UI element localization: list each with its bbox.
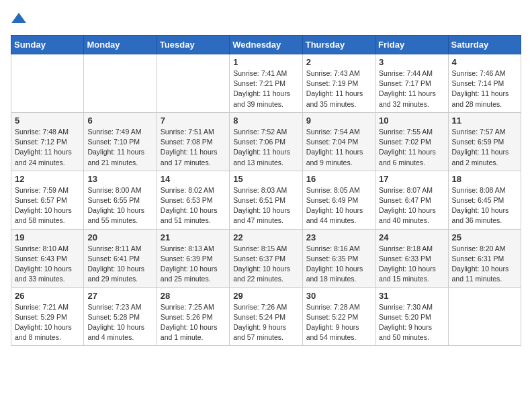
day-info: Sunrise: 8:11 AM Sunset: 6:41 PM Dayligh… [87, 244, 152, 285]
day-info: Sunrise: 7:46 AM Sunset: 7:14 PM Dayligh… [452, 68, 517, 109]
day-info: Sunrise: 7:44 AM Sunset: 7:17 PM Dayligh… [379, 68, 444, 109]
day-info: Sunrise: 7:43 AM Sunset: 7:19 PM Dayligh… [306, 68, 371, 109]
day-number: 14 [161, 174, 226, 184]
day-number: 23 [306, 232, 371, 242]
day-info: Sunrise: 7:49 AM Sunset: 7:10 PM Dayligh… [87, 127, 152, 168]
calendar-cell: 16Sunrise: 8:05 AM Sunset: 6:49 PM Dayli… [302, 171, 375, 229]
day-info: Sunrise: 8:10 AM Sunset: 6:43 PM Dayligh… [15, 244, 80, 285]
day-number: 9 [306, 116, 371, 126]
calendar-cell: 2Sunrise: 7:43 AM Sunset: 7:19 PM Daylig… [302, 54, 375, 113]
calendar-cell: 11Sunrise: 7:57 AM Sunset: 6:59 PM Dayli… [448, 112, 521, 171]
calendar-cell: 21Sunrise: 8:13 AM Sunset: 6:39 PM Dayli… [157, 229, 229, 287]
day-number: 12 [15, 174, 80, 184]
calendar-cell: 30Sunrise: 7:28 AM Sunset: 5:22 PM Dayli… [302, 287, 375, 346]
day-info: Sunrise: 7:30 AM Sunset: 5:20 PM Dayligh… [379, 302, 444, 343]
day-number: 13 [87, 174, 152, 184]
calendar-cell: 1Sunrise: 7:41 AM Sunset: 7:21 PM Daylig… [230, 54, 302, 113]
calendar-week-row: 1Sunrise: 7:41 AM Sunset: 7:21 PM Daylig… [11, 54, 521, 113]
day-number: 31 [379, 291, 444, 301]
day-number: 20 [87, 232, 152, 242]
day-number: 17 [379, 174, 444, 184]
calendar-cell [157, 54, 229, 113]
day-info: Sunrise: 8:18 AM Sunset: 6:33 PM Dayligh… [379, 244, 444, 285]
calendar-cell: 23Sunrise: 8:16 AM Sunset: 6:35 PM Dayli… [302, 229, 375, 287]
calendar-table: SundayMondayTuesdayWednesdayThursdayFrid… [11, 35, 521, 346]
day-info: Sunrise: 7:25 AM Sunset: 5:26 PM Dayligh… [161, 302, 226, 343]
calendar-cell: 25Sunrise: 8:20 AM Sunset: 6:31 PM Dayli… [448, 229, 521, 287]
day-number: 24 [379, 232, 444, 242]
calendar-cell: 10Sunrise: 7:55 AM Sunset: 7:02 PM Dayli… [375, 112, 448, 171]
day-info: Sunrise: 8:00 AM Sunset: 6:55 PM Dayligh… [87, 185, 152, 226]
calendar-cell: 12Sunrise: 7:59 AM Sunset: 6:57 PM Dayli… [11, 171, 84, 229]
day-info: Sunrise: 7:51 AM Sunset: 7:08 PM Dayligh… [161, 127, 226, 168]
day-number: 19 [15, 232, 80, 242]
calendar-cell: 8Sunrise: 7:52 AM Sunset: 7:06 PM Daylig… [230, 112, 302, 171]
calendar-week-row: 26Sunrise: 7:21 AM Sunset: 5:29 PM Dayli… [11, 287, 521, 346]
day-number: 16 [306, 174, 371, 184]
calendar-cell: 22Sunrise: 8:15 AM Sunset: 6:37 PM Dayli… [230, 229, 302, 287]
day-of-week-header: Thursday [302, 36, 375, 54]
day-info: Sunrise: 7:26 AM Sunset: 5:24 PM Dayligh… [233, 302, 298, 343]
calendar-header-row: SundayMondayTuesdayWednesdayThursdayFrid… [11, 36, 521, 54]
calendar-cell: 9Sunrise: 7:54 AM Sunset: 7:04 PM Daylig… [302, 112, 375, 171]
day-info: Sunrise: 8:13 AM Sunset: 6:39 PM Dayligh… [161, 244, 226, 285]
day-number: 3 [379, 57, 444, 67]
day-info: Sunrise: 7:52 AM Sunset: 7:06 PM Dayligh… [233, 127, 298, 168]
day-of-week-header: Saturday [448, 36, 521, 54]
calendar-cell: 14Sunrise: 8:02 AM Sunset: 6:53 PM Dayli… [157, 171, 229, 229]
calendar-cell: 29Sunrise: 7:26 AM Sunset: 5:24 PM Dayli… [230, 287, 302, 346]
day-number: 10 [379, 116, 444, 126]
day-of-week-header: Wednesday [230, 36, 302, 54]
day-info: Sunrise: 7:23 AM Sunset: 5:28 PM Dayligh… [87, 302, 152, 343]
calendar-cell: 20Sunrise: 8:11 AM Sunset: 6:41 PM Dayli… [84, 229, 157, 287]
day-number: 26 [15, 291, 80, 301]
calendar-cell: 3Sunrise: 7:44 AM Sunset: 7:17 PM Daylig… [375, 54, 448, 113]
day-number: 6 [87, 116, 152, 126]
calendar-cell: 31Sunrise: 7:30 AM Sunset: 5:20 PM Dayli… [375, 287, 448, 346]
day-info: Sunrise: 8:07 AM Sunset: 6:47 PM Dayligh… [379, 185, 444, 226]
day-info: Sunrise: 7:21 AM Sunset: 5:29 PM Dayligh… [15, 302, 80, 343]
day-info: Sunrise: 8:16 AM Sunset: 6:35 PM Dayligh… [306, 244, 371, 285]
day-number: 21 [161, 232, 226, 242]
day-info: Sunrise: 8:15 AM Sunset: 6:37 PM Dayligh… [233, 244, 298, 285]
calendar-cell: 17Sunrise: 8:07 AM Sunset: 6:47 PM Dayli… [375, 171, 448, 229]
calendar-cell: 13Sunrise: 8:00 AM Sunset: 6:55 PM Dayli… [84, 171, 157, 229]
logo-icon [11, 11, 27, 27]
day-info: Sunrise: 8:08 AM Sunset: 6:45 PM Dayligh… [452, 185, 517, 226]
calendar-week-row: 12Sunrise: 7:59 AM Sunset: 6:57 PM Dayli… [11, 171, 521, 229]
day-number: 30 [306, 291, 371, 301]
day-number: 2 [306, 57, 371, 67]
calendar-cell: 4Sunrise: 7:46 AM Sunset: 7:14 PM Daylig… [448, 54, 521, 113]
day-info: Sunrise: 7:55 AM Sunset: 7:02 PM Dayligh… [379, 127, 444, 168]
day-info: Sunrise: 8:05 AM Sunset: 6:49 PM Dayligh… [306, 185, 371, 226]
calendar-week-row: 19Sunrise: 8:10 AM Sunset: 6:43 PM Dayli… [11, 229, 521, 287]
calendar-cell: 7Sunrise: 7:51 AM Sunset: 7:08 PM Daylig… [157, 112, 229, 171]
day-of-week-header: Monday [84, 36, 157, 54]
day-number: 27 [87, 291, 152, 301]
day-number: 25 [452, 232, 517, 242]
calendar-cell: 28Sunrise: 7:25 AM Sunset: 5:26 PM Dayli… [157, 287, 229, 346]
day-info: Sunrise: 8:20 AM Sunset: 6:31 PM Dayligh… [452, 244, 517, 285]
day-info: Sunrise: 8:03 AM Sunset: 6:51 PM Dayligh… [233, 185, 298, 226]
day-info: Sunrise: 7:57 AM Sunset: 6:59 PM Dayligh… [452, 127, 517, 168]
calendar-week-row: 5Sunrise: 7:48 AM Sunset: 7:12 PM Daylig… [11, 112, 521, 171]
day-info: Sunrise: 7:59 AM Sunset: 6:57 PM Dayligh… [15, 185, 80, 226]
day-of-week-header: Tuesday [157, 36, 229, 54]
calendar-cell: 26Sunrise: 7:21 AM Sunset: 5:29 PM Dayli… [11, 287, 84, 346]
calendar-cell: 19Sunrise: 8:10 AM Sunset: 6:43 PM Dayli… [11, 229, 84, 287]
day-number: 28 [161, 291, 226, 301]
day-number: 8 [233, 116, 298, 126]
day-info: Sunrise: 7:41 AM Sunset: 7:21 PM Dayligh… [233, 68, 298, 109]
calendar-cell [84, 54, 157, 113]
day-of-week-header: Friday [375, 36, 448, 54]
calendar-cell: 27Sunrise: 7:23 AM Sunset: 5:28 PM Dayli… [84, 287, 157, 346]
day-number: 7 [161, 116, 226, 126]
day-number: 22 [233, 232, 298, 242]
day-number: 4 [452, 57, 517, 67]
calendar-cell [11, 54, 84, 113]
day-info: Sunrise: 8:02 AM Sunset: 6:53 PM Dayligh… [161, 185, 226, 226]
day-of-week-header: Sunday [11, 36, 84, 54]
logo [11, 11, 30, 27]
calendar-cell: 6Sunrise: 7:49 AM Sunset: 7:10 PM Daylig… [84, 112, 157, 171]
day-number: 18 [452, 174, 517, 184]
